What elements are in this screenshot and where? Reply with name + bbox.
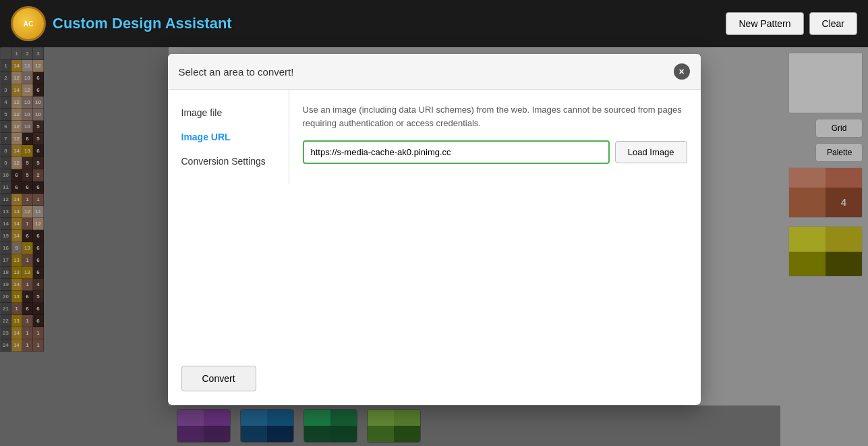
topbar-buttons: New Pattern Clear <box>726 12 857 35</box>
modal-title: Select an area to convert! <box>179 66 294 78</box>
nav-image-url[interactable]: Image URL <box>168 125 289 149</box>
convert-button[interactable]: Convert <box>181 366 256 391</box>
modal-description: Use an image (including data URI schemes… <box>303 103 687 130</box>
main-area: 1 2 3 1 14 11 12 2 12 10 6 <box>0 47 868 446</box>
modal-dialog: Select an area to convert! × Image file … <box>168 54 701 405</box>
url-input-row: Load Image <box>303 140 687 164</box>
nav-image-file[interactable]: Image file <box>168 101 289 125</box>
logo-area: AC Custom Design Assistant <box>11 6 232 41</box>
new-pattern-button[interactable]: New Pattern <box>726 12 803 35</box>
modal-overlay: Select an area to convert! × Image file … <box>0 47 868 446</box>
load-image-button[interactable]: Load Image <box>615 141 687 163</box>
modal-main-content: Use an image (including data URI schemes… <box>289 90 701 184</box>
nav-conversion-settings[interactable]: Conversion Settings <box>168 149 289 173</box>
clear-button[interactable]: Clear <box>809 12 857 35</box>
modal-close-button[interactable]: × <box>674 63 690 80</box>
app-logo: AC <box>11 6 46 41</box>
modal-header: Select an area to convert! × <box>168 54 701 90</box>
app-title: Custom Design Assistant <box>53 15 232 32</box>
url-input[interactable] <box>303 140 610 164</box>
topbar: AC Custom Design Assistant New Pattern C… <box>0 0 868 47</box>
modal-body: Image file Image URL Conversion Settings… <box>168 90 701 184</box>
modal-footer: Convert <box>181 366 256 391</box>
modal-nav: Image file Image URL Conversion Settings <box>168 90 289 184</box>
